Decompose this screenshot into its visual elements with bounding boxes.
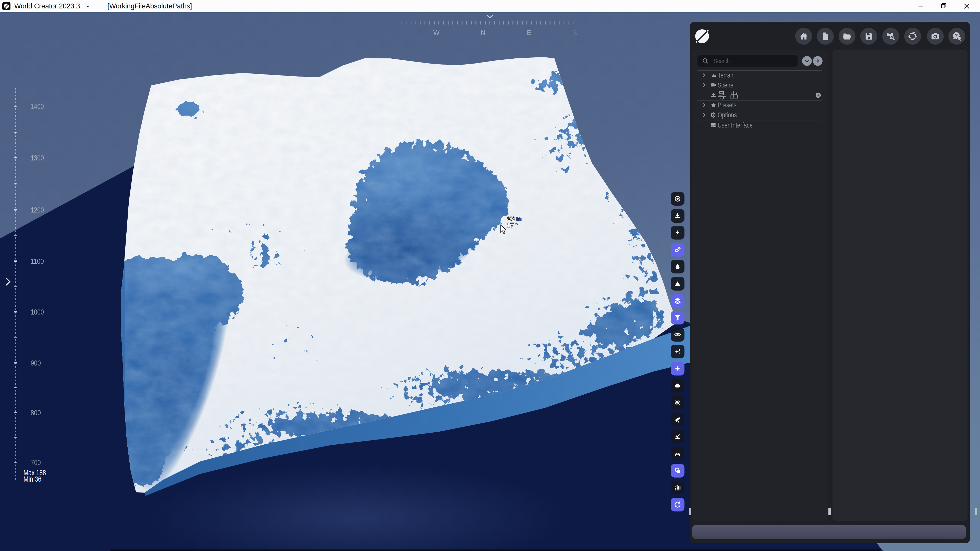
svg-text:17 °: 17 ° xyxy=(507,222,518,229)
svg-text:1000: 1000 xyxy=(30,308,44,316)
svg-text:1300: 1300 xyxy=(30,154,44,162)
svg-text:1100: 1100 xyxy=(30,257,44,265)
svg-text:E: E xyxy=(527,29,531,37)
svg-text:900: 900 xyxy=(30,359,41,367)
svg-text:?: ? xyxy=(955,33,958,38)
svg-text:800: 800 xyxy=(30,408,41,417)
svg-text:1200: 1200 xyxy=(30,206,44,214)
svg-text:96 m: 96 m xyxy=(508,215,522,222)
svg-text:Min 36: Min 36 xyxy=(24,475,41,483)
svg-text:700: 700 xyxy=(30,458,41,467)
svg-text:S: S xyxy=(573,29,577,37)
svg-text:W: W xyxy=(433,29,440,37)
svg-text:1400: 1400 xyxy=(30,102,44,110)
svg-text:N: N xyxy=(481,29,486,37)
